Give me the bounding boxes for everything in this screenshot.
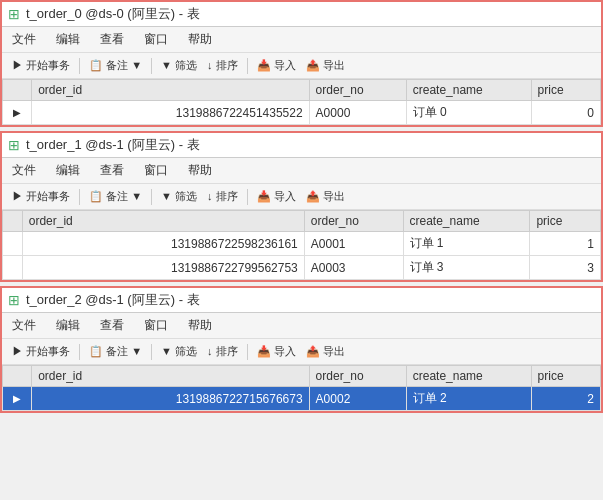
col-header-create_name: create_name [403, 211, 530, 232]
sep3 [247, 58, 248, 74]
import-btn[interactable]: 📥 导入 [253, 187, 300, 206]
table-icon: ⊞ [8, 6, 20, 22]
import-btn[interactable]: 📥 导入 [253, 56, 300, 75]
menu-item-帮助[interactable]: 帮助 [184, 315, 216, 336]
sep1 [79, 189, 80, 205]
row-indicator: ▶ [3, 101, 32, 125]
filter-btn[interactable]: ▼ 筛选 [157, 56, 201, 75]
cell-order-no: A0000 [309, 101, 406, 125]
col-header-price: price [531, 366, 600, 387]
menu-item-编辑[interactable]: 编辑 [52, 29, 84, 50]
col-arrow [3, 366, 32, 387]
sep2 [151, 344, 152, 360]
filter-btn[interactable]: ▼ 筛选 [157, 342, 201, 361]
start-transaction-btn[interactable]: ▶ 开始事务 [8, 56, 74, 75]
menu-item-编辑[interactable]: 编辑 [52, 315, 84, 336]
cell-price: 3 [530, 256, 601, 280]
window-title: t_order_2 @ds-1 (阿里云) - 表 [26, 291, 200, 309]
cell-order-id: 1319886722799562753 [22, 256, 304, 280]
sep1 [79, 58, 80, 74]
window-1: ⊞t_order_0 @ds-0 (阿里云) - 表文件编辑查看窗口帮助 ▶ 开… [0, 0, 603, 127]
col-header-order_id: order_id [22, 211, 304, 232]
sep2 [151, 58, 152, 74]
menu-item-窗口[interactable]: 窗口 [140, 160, 172, 181]
menu-item-窗口[interactable]: 窗口 [140, 29, 172, 50]
menu-bar: 文件编辑查看窗口帮助 [2, 158, 601, 184]
col-header-order_no: order_no [304, 211, 403, 232]
start-transaction-btn[interactable]: ▶ 开始事务 [8, 342, 74, 361]
window-title: t_order_1 @ds-1 (阿里云) - 表 [26, 136, 200, 154]
menu-item-文件[interactable]: 文件 [8, 315, 40, 336]
col-header-order_no: order_no [309, 80, 406, 101]
table-row[interactable]: ▶1319886722451435522A0000订单 00 [3, 101, 601, 125]
cell-create-name: 订单 2 [406, 387, 531, 411]
cell-price: 1 [530, 232, 601, 256]
title-bar: ⊞t_order_2 @ds-1 (阿里云) - 表 [2, 288, 601, 313]
cell-order-no: A0003 [304, 256, 403, 280]
menu-item-查看[interactable]: 查看 [96, 160, 128, 181]
toolbar: ▶ 开始事务 📋 备注 ▼ ▼ 筛选 ↓ 排序 📥 导入 📤 导出 [2, 339, 601, 365]
cell-order-id: 1319886722598236161 [22, 232, 304, 256]
cell-order-id: 1319886722715676673 [32, 387, 309, 411]
start-transaction-btn[interactable]: ▶ 开始事务 [8, 187, 74, 206]
table-icon: ⊞ [8, 292, 20, 308]
cell-price: 2 [531, 387, 600, 411]
row-indicator [3, 256, 23, 280]
note-btn[interactable]: 📋 备注 ▼ [85, 187, 146, 206]
table-row[interactable]: ▶1319886722715676673A0002订单 22 [3, 387, 601, 411]
window-3: ⊞t_order_2 @ds-1 (阿里云) - 表文件编辑查看窗口帮助 ▶ 开… [0, 286, 603, 413]
menu-item-编辑[interactable]: 编辑 [52, 160, 84, 181]
sort-btn[interactable]: ↓ 排序 [203, 56, 242, 75]
col-header-price: price [530, 211, 601, 232]
menu-item-文件[interactable]: 文件 [8, 29, 40, 50]
export-btn[interactable]: 📤 导出 [302, 187, 349, 206]
menu-item-文件[interactable]: 文件 [8, 160, 40, 181]
col-header-order_id: order_id [32, 80, 309, 101]
sort-btn[interactable]: ↓ 排序 [203, 187, 242, 206]
title-bar: ⊞t_order_1 @ds-1 (阿里云) - 表 [2, 133, 601, 158]
table-icon: ⊞ [8, 137, 20, 153]
sep2 [151, 189, 152, 205]
cell-order-id: 1319886722451435522 [32, 101, 309, 125]
menu-bar: 文件编辑查看窗口帮助 [2, 313, 601, 339]
menu-item-查看[interactable]: 查看 [96, 29, 128, 50]
cell-create-name: 订单 3 [403, 256, 530, 280]
table-row[interactable]: 1319886722799562753A0003订单 33 [3, 256, 601, 280]
cell-order-no: A0001 [304, 232, 403, 256]
menu-bar: 文件编辑查看窗口帮助 [2, 27, 601, 53]
menu-item-查看[interactable]: 查看 [96, 315, 128, 336]
sep3 [247, 344, 248, 360]
cell-create-name: 订单 0 [406, 101, 531, 125]
col-header-create_name: create_name [406, 80, 531, 101]
window-2: ⊞t_order_1 @ds-1 (阿里云) - 表文件编辑查看窗口帮助 ▶ 开… [0, 131, 603, 282]
col-arrow [3, 80, 32, 101]
data-table: order_idorder_nocreate_nameprice▶1319886… [2, 365, 601, 411]
note-btn[interactable]: 📋 备注 ▼ [85, 342, 146, 361]
export-btn[interactable]: 📤 导出 [302, 342, 349, 361]
table-area: order_idorder_nocreate_nameprice▶1319886… [2, 79, 601, 125]
export-btn[interactable]: 📤 导出 [302, 56, 349, 75]
menu-item-帮助[interactable]: 帮助 [184, 29, 216, 50]
cell-price: 0 [531, 101, 600, 125]
filter-btn[interactable]: ▼ 筛选 [157, 187, 201, 206]
window-title: t_order_0 @ds-0 (阿里云) - 表 [26, 5, 200, 23]
table-area: order_idorder_nocreate_nameprice▶1319886… [2, 365, 601, 411]
col-header-create_name: create_name [406, 366, 531, 387]
col-header-order_id: order_id [32, 366, 309, 387]
col-header-price: price [531, 80, 600, 101]
col-arrow [3, 211, 23, 232]
toolbar: ▶ 开始事务 📋 备注 ▼ ▼ 筛选 ↓ 排序 📥 导入 📤 导出 [2, 53, 601, 79]
sort-btn[interactable]: ↓ 排序 [203, 342, 242, 361]
table-area: order_idorder_nocreate_nameprice13198867… [2, 210, 601, 280]
data-table: order_idorder_nocreate_nameprice▶1319886… [2, 79, 601, 125]
menu-item-窗口[interactable]: 窗口 [140, 315, 172, 336]
cell-create-name: 订单 1 [403, 232, 530, 256]
table-row[interactable]: 1319886722598236161A0001订单 11 [3, 232, 601, 256]
menu-item-帮助[interactable]: 帮助 [184, 160, 216, 181]
note-btn[interactable]: 📋 备注 ▼ [85, 56, 146, 75]
import-btn[interactable]: 📥 导入 [253, 342, 300, 361]
sep1 [79, 344, 80, 360]
toolbar: ▶ 开始事务 📋 备注 ▼ ▼ 筛选 ↓ 排序 📥 导入 📤 导出 [2, 184, 601, 210]
title-bar: ⊞t_order_0 @ds-0 (阿里云) - 表 [2, 2, 601, 27]
row-indicator [3, 232, 23, 256]
